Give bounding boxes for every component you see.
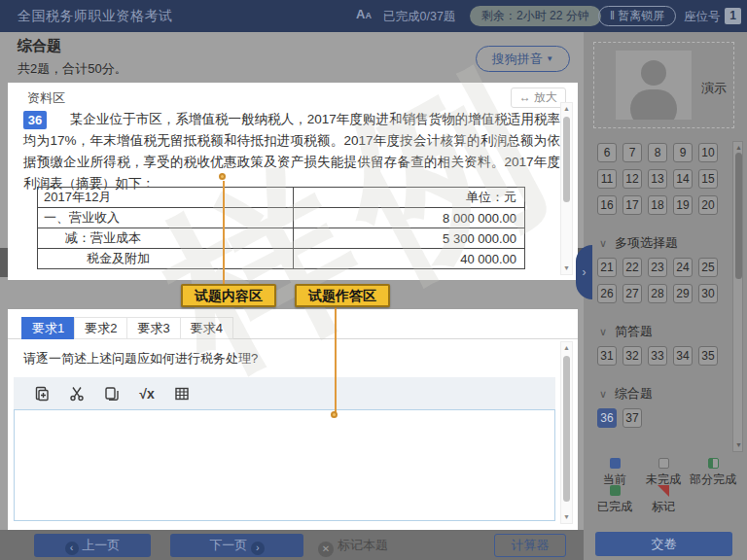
- submit-paper-button[interactable]: 交卷: [595, 532, 732, 556]
- requirement-question-text: 请逐一简述上述问题应如何进行税务处理?: [23, 350, 258, 368]
- question-cell-33[interactable]: 33: [648, 346, 667, 366]
- question-cell-27[interactable]: 27: [622, 284, 642, 303]
- question-cell-28[interactable]: 28: [648, 284, 667, 303]
- prev-page-button[interactable]: ‹ 上一页: [34, 534, 151, 557]
- question-cell-24[interactable]: 24: [673, 258, 693, 277]
- legend-label: 已完成: [593, 499, 636, 515]
- question-cell-31[interactable]: 31: [597, 346, 617, 366]
- callout-connector-dot: [219, 173, 226, 180]
- question-cell-18[interactable]: 18: [648, 195, 667, 215]
- material-panel: 资料区 ↔ 放大 36 某企业位于市区，系增值税一般纳税人，2017年度购进和销…: [8, 83, 578, 280]
- tab-requirement-4[interactable]: 要求4: [180, 317, 233, 339]
- avatar: [616, 51, 692, 120]
- demo-label: 演示: [701, 80, 727, 97]
- answer-scrollbar[interactable]: ▲ ▼: [560, 341, 573, 524]
- row-label: 减：营业成本: [38, 228, 294, 249]
- legend-partial: 部分完成: [685, 458, 741, 488]
- question-cell-22[interactable]: 22: [622, 258, 642, 277]
- tab-requirement-3[interactable]: 要求3: [126, 317, 179, 339]
- material-text: 某企业位于市区，系增值税一般纳税人，2017年度购进和销售货物的增值税适用税率均…: [23, 109, 560, 194]
- question-cell-21[interactable]: 21: [597, 258, 617, 277]
- question-cell-35[interactable]: 35: [698, 346, 718, 366]
- scroll-up-icon[interactable]: ▲: [561, 103, 572, 115]
- answer-textarea[interactable]: [14, 409, 555, 521]
- time-remaining-badge: 剩余：2小时 22 分钟: [470, 6, 601, 26]
- question-cell-26[interactable]: 26: [597, 284, 617, 303]
- question-cell-30[interactable]: 30: [698, 284, 718, 303]
- copy-icon[interactable]: [103, 385, 121, 402]
- question-cell-7[interactable]: 7: [622, 143, 642, 162]
- tab-requirement-2[interactable]: 要求2: [74, 317, 126, 339]
- question-cell-20[interactable]: 20: [698, 195, 718, 215]
- formula-icon[interactable]: √x: [138, 385, 156, 402]
- chevron-down-icon: ∨: [599, 326, 607, 337]
- mark-question-button[interactable]: ✕标记本题: [318, 537, 388, 557]
- tab-requirement-1[interactable]: 要求1: [21, 317, 74, 339]
- question-cell-16[interactable]: 16: [597, 195, 617, 215]
- mark-icon: ✕: [318, 542, 334, 557]
- table-header-row: 2017年12月单位：元: [38, 188, 525, 208]
- question-grid: 21222324252627282930: [597, 258, 726, 303]
- question-cell-36[interactable]: 36: [597, 408, 617, 428]
- question-cell-6[interactable]: 6: [597, 143, 617, 162]
- legend-undone-swatch: [658, 458, 669, 469]
- scroll-up-icon[interactable]: ▲: [561, 342, 572, 354]
- scrollbar-thumb[interactable]: [735, 153, 742, 279]
- calculator-button[interactable]: 计算器: [494, 534, 566, 557]
- question-cell-19[interactable]: 19: [673, 195, 693, 215]
- sidebar-collapse-handle[interactable]: ›: [576, 245, 592, 299]
- material-zoom-button[interactable]: ↔ 放大: [511, 88, 566, 108]
- answer-panel: 要求1要求2要求3要求4 请逐一简述上述问题应如何进行税务处理? √x: [8, 309, 578, 530]
- top-bar: 全国税务师职业资格考试 AA 已完成0/37题 剩余：2小时 22 分钟 ‖ 暂…: [0, 0, 747, 32]
- material-scrollbar[interactable]: ▲ ▼: [560, 102, 573, 275]
- chevron-right-icon: ›: [583, 265, 587, 279]
- question-cell-12[interactable]: 12: [622, 169, 642, 189]
- seat-label: 座位号: [684, 9, 721, 25]
- question-cell-14[interactable]: 14: [673, 169, 693, 189]
- table-icon[interactable]: [173, 385, 191, 402]
- sidebar-scrollbar[interactable]: ▲ ▼: [732, 141, 743, 452]
- scroll-down-icon[interactable]: ▼: [733, 439, 744, 451]
- section-header-简答题[interactable]: ∨简答题: [599, 323, 735, 340]
- question-cell-10[interactable]: 10: [698, 143, 718, 162]
- question-cell-15[interactable]: 15: [698, 169, 718, 189]
- callout-connector-line: [335, 307, 337, 414]
- resize-icon: ↔: [519, 90, 531, 104]
- question-cell-34[interactable]: 34: [673, 346, 693, 366]
- section-header-多项选择题[interactable]: ∨多项选择题: [599, 234, 735, 252]
- question-cell-37[interactable]: 37: [622, 408, 642, 428]
- avatar-body: [630, 89, 677, 120]
- scrollbar-thumb[interactable]: [563, 117, 570, 202]
- table-header-label: 2017年12月: [38, 188, 294, 208]
- question-cell-25[interactable]: 25: [698, 258, 718, 277]
- scroll-down-icon[interactable]: ▼: [561, 262, 572, 274]
- question-grid: 3132333435: [597, 346, 726, 366]
- legend-partial-swatch: [708, 458, 719, 469]
- ime-selector-button[interactable]: 搜狗拼音 ▼: [476, 46, 570, 72]
- chevron-down-icon: ▼: [546, 54, 553, 63]
- answer-area-callout: 试题作答区: [295, 284, 390, 307]
- question-cell-9[interactable]: 9: [673, 143, 693, 162]
- paste-doc-icon[interactable]: [33, 385, 51, 402]
- section-header-综合题[interactable]: ∨综合题: [599, 385, 735, 402]
- question-cell-29[interactable]: 29: [673, 284, 693, 303]
- question-cell-8[interactable]: 8: [648, 143, 667, 162]
- cut-icon[interactable]: [68, 385, 86, 402]
- question-cell-17[interactable]: 17: [622, 195, 642, 215]
- scroll-down-icon[interactable]: ▼: [561, 511, 572, 523]
- avatar-head: [641, 60, 666, 86]
- table-row: 一、营业收入8 000 000.00: [38, 208, 525, 228]
- row-value: 40 000.00: [294, 249, 525, 269]
- question-cell-32[interactable]: 32: [622, 346, 642, 366]
- question-cell-11[interactable]: 11: [597, 169, 617, 189]
- question-cell-13[interactable]: 13: [648, 169, 667, 189]
- font-size-icon[interactable]: AA: [356, 7, 372, 21]
- chevron-left-icon: ‹: [65, 542, 79, 555]
- question-nav-sidebar: 演示 67891011121314151617181920∨多项选择题21222…: [584, 32, 747, 560]
- scrollbar-thumb[interactable]: [563, 356, 570, 502]
- next-page-button[interactable]: 下一页 ›: [170, 534, 303, 557]
- material-panel-title: 资料区: [27, 89, 65, 107]
- pause-lock-button[interactable]: ‖ 暂离锁屏: [598, 6, 676, 26]
- chevron-down-icon: ∨: [599, 237, 607, 249]
- question-cell-23[interactable]: 23: [648, 258, 667, 277]
